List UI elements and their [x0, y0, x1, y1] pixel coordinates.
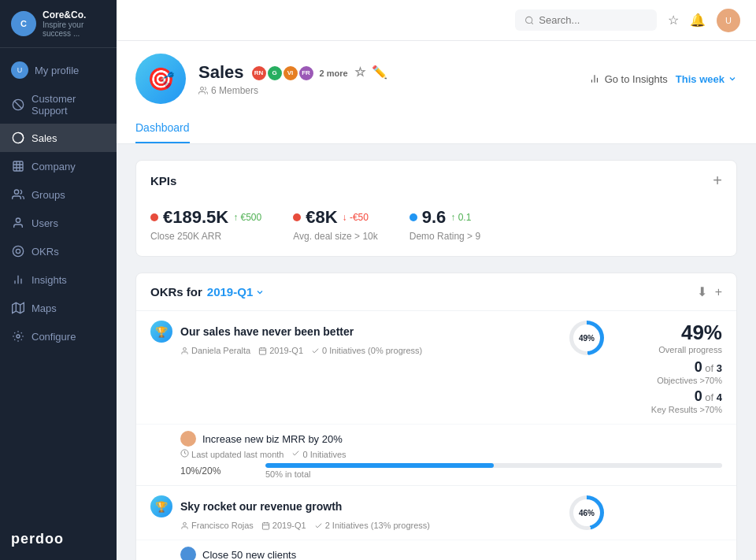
- perdoo-logo: perdoo: [11, 531, 106, 547]
- objective-2-icon: 🏆: [150, 495, 172, 517]
- configure-icon: [11, 329, 25, 343]
- sidebar-item-label: Maps: [32, 302, 57, 314]
- company-logo-icon: C: [11, 11, 36, 36]
- sidebar: C Core&Co. Inspire your success ... U My…: [0, 0, 117, 560]
- objective-2-row: 🏆 Sky rocket our revenue growth Francisc…: [136, 486, 736, 540]
- obj-1-owner: Daniela Peralta: [180, 346, 250, 355]
- notification-icon[interactable]: 🔔: [690, 13, 706, 28]
- member-badges: RN G VI FR 2 more: [250, 65, 348, 82]
- company-icon: [11, 159, 25, 173]
- kr-1-1-progress-fill: [265, 463, 494, 468]
- obj-1-circle: 49%: [569, 321, 604, 355]
- kpis-title: KPIs: [150, 174, 176, 187]
- kpi-dot-2: [293, 213, 301, 221]
- kr-1-1-title: Increase new biz MRR by 20%: [202, 433, 343, 445]
- period-chevron-icon: [255, 287, 265, 297]
- kpis-body: €189.5K ↑ €500 Close 250K ARR €8K ↓ -€50…: [136, 201, 736, 256]
- edit-icon[interactable]: ✏️: [372, 65, 387, 80]
- okrs-icon: [11, 244, 25, 258]
- sidebar-item-label: Company: [32, 161, 76, 172]
- my-profile-avatar: U: [11, 61, 28, 79]
- go-to-insights-button[interactable]: Go to Insights: [589, 73, 668, 85]
- search-input[interactable]: [539, 14, 647, 26]
- obj-2-owner: Francisco Rojas: [180, 521, 254, 530]
- okrs-period-selector[interactable]: 2019-Q1: [207, 285, 265, 299]
- svg-point-20: [183, 347, 187, 350]
- svg-rect-21: [260, 347, 266, 354]
- obj-2-circle: 46%: [569, 495, 604, 530]
- objective-2-progress-circle: 46%: [563, 495, 610, 530]
- okrs-card: OKRs for 2019-Q1 ⬇ +: [135, 273, 737, 560]
- sidebar-logo[interactable]: C Core&Co. Inspire your success ...: [0, 0, 117, 48]
- badge-avatar-4: FR: [298, 65, 315, 82]
- svg-point-14: [526, 17, 532, 23]
- svg-point-6: [16, 249, 20, 253]
- svg-point-16: [201, 87, 204, 90]
- kpi-delta-1: ↑ €500: [233, 212, 261, 223]
- objective-1-section: 🏆 Our sales have never been better Danie…: [136, 310, 736, 485]
- obj-2-initiatives: 2 Initiatives (13% progress): [314, 521, 430, 530]
- sidebar-item-my-profile[interactable]: U My profile: [0, 54, 117, 86]
- objective-1-progress-circle: 49%: [563, 321, 610, 355]
- svg-point-5: [13, 246, 23, 256]
- sidebar-item-label: Groups: [32, 189, 65, 201]
- kr-1-1-meta: Last updated last month 0 Initiatives: [180, 449, 722, 459]
- sidebar-item-configure[interactable]: Configure: [0, 322, 117, 350]
- kpis-card: KPIs + €189.5K ↑ €500 Close 250K ARR: [135, 160, 737, 257]
- kpi-delta-2: ↓ -€50: [343, 212, 369, 223]
- objective-1-stats: 49% Overall progress 0 of 3 Objectives >…: [620, 321, 722, 414]
- members-count-icon: [198, 86, 208, 95]
- sidebar-item-users[interactable]: Users: [0, 209, 117, 237]
- page-header-left: 🎯 Sales RN G VI FR 2 more ☆: [135, 54, 387, 104]
- kr-2-1-header: Close 50 new clients: [180, 547, 722, 560]
- team-icon: 🎯: [135, 54, 186, 104]
- okrs-title: OKRs for 2019-Q1: [150, 285, 265, 299]
- page-header-top: 🎯 Sales RN G VI FR 2 more ☆: [135, 54, 737, 104]
- sidebar-item-okrs[interactable]: OKRs: [0, 237, 117, 265]
- sidebar-item-label: OKRs: [32, 246, 59, 258]
- objective-1-row: 🏆 Our sales have never been better Danie…: [136, 311, 736, 424]
- kpi-item-3: 9.6 ↑ 0.1 Demo Rating > 9: [410, 207, 480, 242]
- sidebar-nav: U My profile Customer Support Sales Comp…: [0, 48, 117, 518]
- kpi-label-3: Demo Rating > 9: [410, 231, 480, 242]
- insights-icon: [11, 273, 25, 287]
- objective-2-meta: Francisco Rojas 2019-Q1 2 Initiatives (1…: [180, 521, 554, 530]
- kr-1-count: 0 of 4: [620, 388, 722, 405]
- page-title: Sales RN G VI FR 2 more ☆ ✏️: [198, 62, 387, 83]
- sidebar-item-sales[interactable]: Sales: [0, 124, 117, 152]
- kpi-value-3: 9.6: [422, 207, 447, 228]
- okrs-header: OKRs for 2019-Q1 ⬇ +: [136, 273, 736, 310]
- kpi-delta-3: ↑ 0.1: [450, 212, 471, 223]
- kr-1-1-header: Increase new biz MRR by 20%: [180, 431, 722, 447]
- maps-icon: [11, 301, 25, 315]
- customer-support-icon: [11, 98, 25, 112]
- this-week-button[interactable]: This week: [676, 73, 737, 85]
- owner-icon: [180, 347, 189, 355]
- kpi-value-1: €189.5K: [163, 207, 228, 228]
- kr-2-1-avatar: [180, 547, 196, 560]
- sidebar-item-groups[interactable]: Groups: [0, 180, 117, 209]
- sidebar-item-label: Sales: [32, 132, 57, 144]
- sidebar-item-label: Customer Support: [32, 93, 106, 117]
- users-icon: [11, 216, 25, 230]
- user-avatar[interactable]: U: [717, 9, 740, 32]
- kr-1-1-updated: Last updated last month: [180, 449, 284, 459]
- sidebar-item-company[interactable]: Company: [0, 152, 117, 180]
- okrs-download-button[interactable]: ⬇: [697, 284, 707, 299]
- okrs-add-button[interactable]: +: [715, 284, 722, 299]
- company-name: Core&Co.: [43, 9, 106, 20]
- objective-1-header: 🏆 Our sales have never been better: [150, 321, 554, 343]
- star-icon[interactable]: ☆: [668, 13, 679, 28]
- check-icon-3: [314, 521, 323, 530]
- kpi-dot-1: [150, 213, 158, 221]
- dashboard-body: KPIs + €189.5K ↑ €500 Close 250K ARR: [117, 144, 756, 560]
- sidebar-item-insights[interactable]: Insights: [0, 265, 117, 294]
- search-box[interactable]: [515, 9, 657, 31]
- tab-dashboard[interactable]: Dashboard: [135, 113, 190, 143]
- kpi-dot-3: [410, 213, 417, 221]
- main-area: ☆ 🔔 U 🎯 Sales RN G VI: [117, 0, 756, 560]
- kpis-add-button[interactable]: +: [713, 172, 722, 190]
- favorite-icon[interactable]: ☆: [354, 65, 365, 80]
- sidebar-item-maps[interactable]: Maps: [0, 294, 117, 322]
- sidebar-item-customer-support[interactable]: Customer Support: [0, 86, 117, 124]
